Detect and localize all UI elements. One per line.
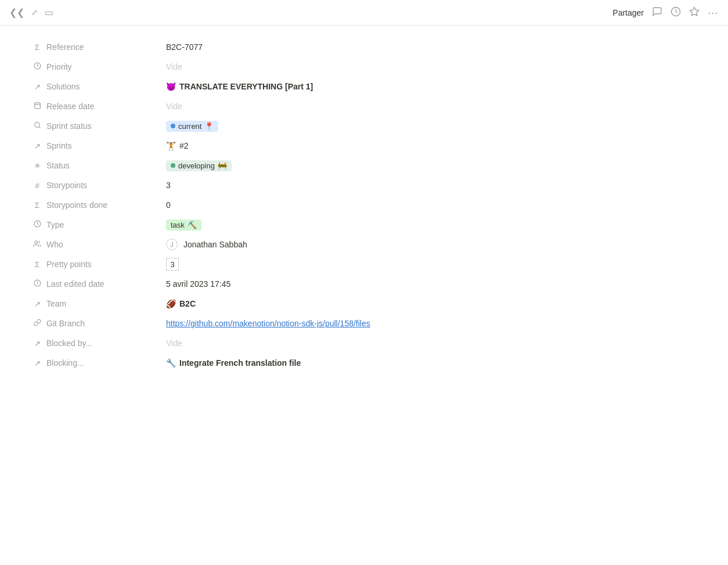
expand-icon[interactable]: ❮❮ bbox=[9, 7, 24, 18]
property-sprints[interactable]: ↗ Sprints 🏋 #2 bbox=[28, 136, 700, 156]
property-pretty-points[interactable]: Σ Pretty points 3 bbox=[28, 254, 700, 274]
property-storypoints-done[interactable]: Σ Storypoints done 0 bbox=[28, 195, 700, 215]
solutions-emoji: 😈 bbox=[166, 82, 176, 91]
arrow-up-right-icon: ↗ bbox=[33, 82, 42, 91]
developing-dot bbox=[171, 163, 175, 168]
history-icon[interactable] bbox=[671, 6, 681, 19]
blocking-emoji: 🔧 bbox=[166, 358, 176, 368]
type-emoji: ⛏️ bbox=[188, 221, 197, 229]
last-edited-date-label: Last edited date bbox=[28, 278, 161, 290]
property-release-date[interactable]: Release date Vide bbox=[28, 96, 700, 116]
sprint-status-emoji: 📍 bbox=[204, 122, 214, 131]
blocked-by-label: ↗ Blocked by... bbox=[28, 337, 161, 349]
reference-label: Σ Reference bbox=[28, 41, 161, 53]
who-label: Who bbox=[28, 239, 161, 251]
sprints-emoji: 🏋 bbox=[166, 141, 176, 150]
sprints-arrow-icon: ↗ bbox=[33, 142, 42, 150]
team-value: 🏈 B2C bbox=[161, 298, 700, 310]
last-edited-date-value: 5 avril 2023 17:45 bbox=[161, 278, 700, 290]
storypoints-done-label: Σ Storypoints done bbox=[28, 199, 161, 211]
storypoints-value: 3 bbox=[161, 179, 700, 191]
status-label: ✳ Status bbox=[28, 160, 161, 171]
status-dot bbox=[171, 124, 175, 128]
pretty-points-value: 3 bbox=[161, 257, 700, 272]
property-last-edited-date[interactable]: Last edited date 5 avril 2023 17:45 bbox=[28, 274, 700, 294]
release-date-value: Vide bbox=[161, 100, 700, 112]
property-blocking[interactable]: ↗ Blocking... 🔧 Integrate French transla… bbox=[28, 353, 700, 373]
type-label: Type bbox=[28, 219, 161, 231]
link-icon bbox=[33, 319, 42, 328]
type-value: task ⛏️ bbox=[161, 218, 700, 232]
more-icon[interactable]: ⋯ bbox=[708, 6, 719, 19]
property-status[interactable]: ✳ Status developing 🚧 bbox=[28, 156, 700, 175]
team-arrow-icon: ↗ bbox=[33, 300, 42, 308]
git-branch-label: Git Branch bbox=[28, 318, 161, 329]
sprints-label: ↗ Sprints bbox=[28, 140, 161, 152]
comment-icon[interactable] bbox=[652, 6, 662, 19]
svg-marker-1 bbox=[690, 7, 699, 15]
property-team[interactable]: ↗ Team 🏈 B2C bbox=[28, 294, 700, 314]
property-sprint-status[interactable]: Sprint status current 📍 bbox=[28, 116, 700, 136]
sigma-pp-icon: Σ bbox=[33, 260, 42, 269]
partager-button[interactable]: Partager bbox=[612, 8, 644, 17]
property-priority[interactable]: Priority Vide bbox=[28, 57, 700, 77]
blocking-label: ↗ Blocking... bbox=[28, 357, 161, 369]
property-reference[interactable]: Σ Reference B2C-7077 bbox=[28, 37, 700, 57]
blocking-arrow-icon: ↗ bbox=[33, 359, 42, 368]
people-icon bbox=[33, 240, 42, 250]
team-label: ↗ Team bbox=[28, 298, 161, 310]
clock-icon bbox=[33, 62, 42, 71]
solutions-label: ↗ Solutions bbox=[28, 81, 161, 92]
star-icon[interactable] bbox=[689, 6, 700, 19]
sidebar-icon[interactable]: ▭ bbox=[45, 7, 53, 18]
property-blocked-by[interactable]: ↗ Blocked by... Vide bbox=[28, 333, 700, 353]
priority-label: Priority bbox=[28, 61, 161, 73]
svg-point-7 bbox=[34, 123, 39, 128]
svg-point-10 bbox=[35, 240, 38, 243]
type-icon bbox=[33, 220, 42, 229]
solutions-value: 😈 TRANSLATE EVERYTHING [Part 1] bbox=[161, 81, 700, 92]
properties-panel: Σ Reference B2C-7077 Priority Vide ↗ Sol… bbox=[0, 26, 728, 396]
topbar-left: ❮❮ ⤢ ▭ bbox=[9, 7, 53, 18]
user-avatar: J bbox=[166, 239, 178, 250]
reference-value: B2C-7077 bbox=[161, 41, 700, 53]
status-emoji: 🚧 bbox=[218, 161, 227, 170]
topbar: ❮❮ ⤢ ▭ Partager ⋯ bbox=[0, 0, 728, 26]
sprint-status-value: current 📍 bbox=[161, 120, 700, 133]
status-value: developing 🚧 bbox=[161, 159, 700, 172]
storypoints-done-value: 0 bbox=[161, 199, 700, 211]
history-prop-icon bbox=[33, 279, 42, 289]
topbar-right: Partager ⋯ bbox=[612, 6, 719, 19]
property-git-branch[interactable]: Git Branch https://github.com/makenotion… bbox=[28, 314, 700, 333]
blocked-by-arrow-icon: ↗ bbox=[33, 339, 42, 348]
property-solutions[interactable]: ↗ Solutions 😈 TRANSLATE EVERYTHING [Part… bbox=[28, 77, 700, 96]
sigma-icon: Σ bbox=[33, 43, 42, 52]
priority-value: Vide bbox=[161, 61, 700, 73]
sprint-status-label: Sprint status bbox=[28, 120, 161, 132]
release-date-label: Release date bbox=[28, 100, 161, 112]
who-value: J Jonathan Sabbah bbox=[161, 237, 700, 251]
svg-line-8 bbox=[39, 127, 40, 128]
search-icon bbox=[33, 121, 42, 131]
status-icon: ✳ bbox=[33, 161, 42, 170]
sigma-done-icon: Σ bbox=[33, 201, 42, 210]
property-who[interactable]: Who J Jonathan Sabbah bbox=[28, 235, 700, 254]
svg-rect-3 bbox=[34, 103, 40, 109]
sprints-value: 🏋 #2 bbox=[161, 140, 700, 152]
git-branch-value: https://github.com/makenotion/notion-sdk… bbox=[161, 318, 700, 329]
pretty-points-label: Σ Pretty points bbox=[28, 258, 161, 270]
blocking-value: 🔧 Integrate French translation file bbox=[161, 357, 700, 369]
calendar-icon bbox=[33, 102, 42, 111]
property-type[interactable]: Type task ⛏️ bbox=[28, 215, 700, 235]
blocked-by-value: Vide bbox=[161, 337, 700, 349]
team-emoji: 🏈 bbox=[166, 299, 176, 308]
storypoints-label: # Storypoints bbox=[28, 179, 161, 191]
layout-icon[interactable]: ⤢ bbox=[31, 8, 38, 17]
property-storypoints[interactable]: # Storypoints 3 bbox=[28, 175, 700, 195]
hash-icon: # bbox=[33, 181, 42, 190]
